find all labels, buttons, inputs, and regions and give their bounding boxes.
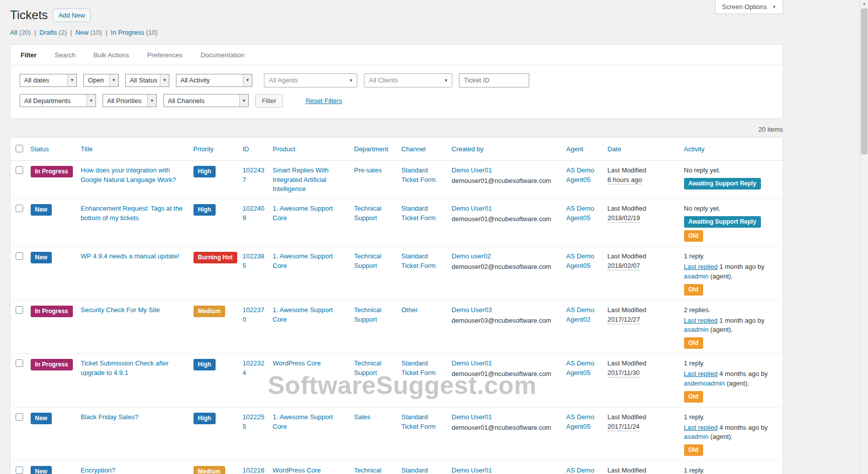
ticket-id-link[interactable]: 1022437 xyxy=(243,166,264,183)
column-header-date[interactable]: Date xyxy=(608,145,621,153)
column-header-product[interactable]: Product xyxy=(273,145,296,153)
product-link[interactable]: 1. Awesome Support Core xyxy=(273,252,333,269)
ticket-id-link[interactable]: 1022255 xyxy=(243,413,264,430)
row-checkbox[interactable] xyxy=(16,252,23,260)
ticket-id-link[interactable]: 1022409 xyxy=(243,205,264,222)
last-replied-link[interactable]: Last replied xyxy=(684,317,718,324)
channel-link[interactable]: Standard Ticket Form xyxy=(402,466,436,474)
creator-link[interactable]: Demo User03 xyxy=(452,306,492,314)
ticket-id-link[interactable]: 1022167 xyxy=(243,466,264,474)
last-replied-link[interactable]: Last replied xyxy=(684,424,718,431)
filter-button[interactable]: Filter xyxy=(255,94,283,108)
ticket-id-link[interactable]: 1022385 xyxy=(243,252,264,269)
department-link[interactable]: Technical Support xyxy=(354,205,381,222)
ticket-id-link[interactable]: 1022370 xyxy=(243,306,264,323)
agent-link[interactable]: AS Demo Agent05 xyxy=(566,466,595,474)
department-link[interactable]: Technical Support xyxy=(354,252,381,269)
view-link-drafts[interactable]: Drafts (2) xyxy=(40,29,67,36)
row-checkbox[interactable] xyxy=(16,306,23,314)
ticket-title-link[interactable]: Ticket Submission Check after upgrade to… xyxy=(81,359,169,376)
channel-link[interactable]: Standard Ticket Form xyxy=(402,252,436,269)
reply-author-link[interactable]: asadmin xyxy=(684,272,709,280)
date-value[interactable]: 2017/12/27 xyxy=(608,316,640,324)
department-link[interactable]: Technical Support xyxy=(354,359,381,376)
scrollbar-thumb[interactable] xyxy=(861,9,867,154)
tab-preferences[interactable]: Preferences xyxy=(147,45,182,65)
view-link-all[interactable]: All (20) xyxy=(10,29,31,36)
column-header-channel[interactable]: Channel xyxy=(402,145,426,153)
ticket-title-link[interactable]: Encryption? xyxy=(81,466,116,474)
creator-link[interactable]: Demo User01 xyxy=(452,205,492,212)
select-all-dates[interactable]: All dates▼ xyxy=(20,74,77,87)
creator-link[interactable]: Demo User01 xyxy=(452,413,492,421)
column-header-created-by[interactable]: Created by xyxy=(452,145,484,153)
channel-link[interactable]: Standard Ticket Form xyxy=(402,205,436,222)
column-header-status[interactable]: Status xyxy=(31,145,49,153)
select-all-clients[interactable]: All Clients ▾ xyxy=(364,73,452,87)
ticket-title-link[interactable]: Black Friday Sales? xyxy=(81,413,139,421)
scroll-up-icon[interactable]: ▲ xyxy=(860,2,868,6)
ticket-id-link[interactable]: 1022324 xyxy=(243,359,264,376)
select-all-departments[interactable]: All Departments▼ xyxy=(20,94,96,107)
last-replied-link[interactable]: Last replied xyxy=(684,263,718,270)
row-checkbox[interactable] xyxy=(16,166,23,174)
select-all-activity[interactable]: All Activity▼ xyxy=(176,74,252,87)
department-link[interactable]: Pre-sales xyxy=(354,166,382,174)
product-link[interactable]: Smart Replies With Integrated Artificial… xyxy=(273,166,329,193)
column-header-agent[interactable]: Agent xyxy=(566,145,584,153)
channel-link[interactable]: Standard Ticket Form xyxy=(402,413,436,430)
department-link[interactable]: Technical Support xyxy=(354,306,381,323)
creator-link[interactable]: Demo user02 xyxy=(452,252,491,260)
agent-link[interactable]: AS Demo Agent05 xyxy=(566,166,595,183)
select-all-checkbox[interactable] xyxy=(16,145,23,152)
select-open[interactable]: Open▼ xyxy=(83,74,119,87)
view-link-in-progress[interactable]: In Progress (10) xyxy=(111,29,157,36)
last-replied-link[interactable]: Last replied xyxy=(684,370,718,377)
date-value[interactable]: 2017/11/24 xyxy=(608,423,640,431)
screen-options-button[interactable]: Screen Options ▼ xyxy=(715,0,783,14)
column-header-activity[interactable]: Activity xyxy=(684,145,705,153)
ticket-title-link[interactable]: Security Check For My Site xyxy=(81,306,160,314)
tab-documentation[interactable]: Documentation xyxy=(201,45,244,65)
channel-link[interactable]: Standard Ticket Form xyxy=(402,166,436,183)
row-checkbox[interactable] xyxy=(16,359,23,367)
select-all-channels[interactable]: All Channels▼ xyxy=(163,94,249,107)
agent-link[interactable]: AS Demo Agent05 xyxy=(566,359,595,376)
ticket-title-link[interactable]: How does your integration with Google Na… xyxy=(81,166,176,183)
column-header-priority[interactable]: Priority xyxy=(194,145,214,153)
channel-link[interactable]: Other xyxy=(402,306,418,314)
column-header-id[interactable]: ID xyxy=(243,145,249,153)
date-value[interactable]: 2018/02/19 xyxy=(608,214,640,223)
department-link[interactable]: Technical Support xyxy=(354,466,381,474)
column-header-title[interactable]: Title xyxy=(81,145,93,153)
reply-author-link[interactable]: asadmin xyxy=(684,433,709,440)
date-value[interactable]: 6 hours ago xyxy=(608,176,642,184)
product-link[interactable]: 1. Awesome Support Core xyxy=(273,306,333,323)
reply-author-link[interactable]: asadmin xyxy=(684,326,709,333)
select-all-status[interactable]: All Status▼ xyxy=(125,74,169,87)
reset-filters-link[interactable]: Reset Filters xyxy=(306,97,342,105)
product-link[interactable]: WordPress Core xyxy=(273,359,321,367)
row-checkbox[interactable] xyxy=(16,466,23,474)
creator-link[interactable]: Demo User01 xyxy=(452,359,492,367)
row-checkbox[interactable] xyxy=(16,205,23,212)
department-link[interactable]: Sales xyxy=(354,413,371,421)
creator-link[interactable]: Demo User01 xyxy=(452,466,492,474)
ticket-title-link[interactable]: WP 4.9.4 needs a manual update! xyxy=(81,252,179,260)
tab-bulk-actions[interactable]: Bulk Actions xyxy=(93,45,129,65)
date-value[interactable]: 2018/02/07 xyxy=(608,262,640,270)
ticket-title-link[interactable]: Enhancement Request: Tags at the bottom … xyxy=(81,205,183,222)
ticket-id-input[interactable] xyxy=(459,73,529,87)
column-header-department[interactable]: Department xyxy=(354,145,389,153)
agent-link[interactable]: AS Demo Agent05 xyxy=(566,205,595,222)
view-link-new[interactable]: New (10) xyxy=(75,29,102,36)
tab-search[interactable]: Search xyxy=(55,45,75,65)
product-link[interactable]: 1. Awesome Support Core xyxy=(273,205,333,222)
add-new-button[interactable]: Add New xyxy=(53,9,90,22)
row-checkbox[interactable] xyxy=(16,413,23,421)
reply-author-link[interactable]: asdemoadmin xyxy=(684,380,725,387)
date-value[interactable]: 2017/11/30 xyxy=(608,369,640,377)
agent-link[interactable]: AS Demo Agent05 xyxy=(566,413,595,430)
select-all-priorities[interactable]: All Priorities▼ xyxy=(103,94,157,107)
channel-link[interactable]: Standard Ticket Form xyxy=(402,359,436,376)
